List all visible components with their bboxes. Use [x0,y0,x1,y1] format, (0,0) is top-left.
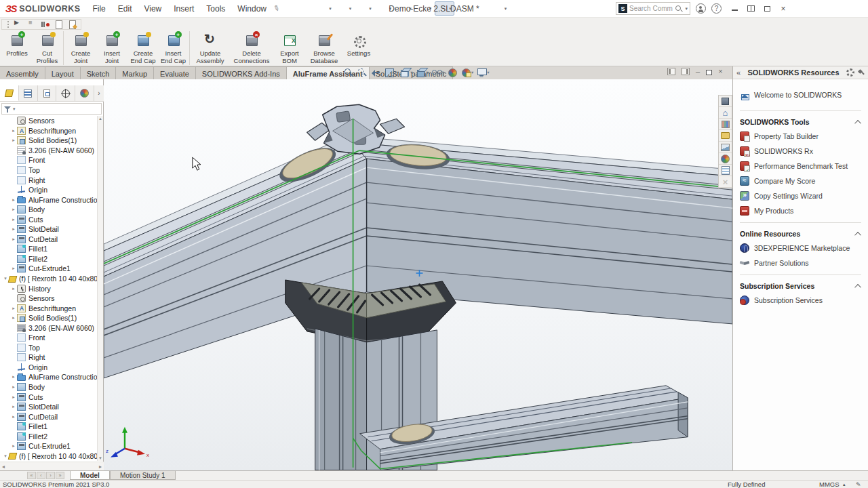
expand-arrow-icon[interactable]: ▸ [10,128,17,134]
command-tab[interactable]: Assembly [0,66,45,79]
section-online-resources[interactable]: Online Resources [740,227,861,241]
task-pane-link[interactable]: My Products [740,203,861,218]
tree-item[interactable]: ▾ (f) [ Rexroth 10 40 40x80L dd44 [0,274,98,284]
pane-left-icon[interactable] [667,68,675,75]
tab-nav-button[interactable]: › [46,472,55,479]
ribbon-button[interactable]: Browse Database [305,31,343,65]
ribbon-button[interactable]: Update Assembly [191,31,229,65]
menu-item[interactable]: File [87,2,111,16]
panel-tab[interactable] [38,85,57,101]
tree-item[interactable]: ▸ Cuts [0,392,98,402]
welcome-link[interactable]: Welcome to SOLIDWORKS [740,85,861,106]
tree-item[interactable]: ▸ History [0,283,98,293]
tree-item[interactable]: 3.206 (EN-AW 6060) [0,146,98,156]
toolbar-button[interactable]: ▾ [435,1,454,16]
expand-arrow-icon[interactable]: ▸ [10,217,17,222]
doc-minimize-button[interactable]: – [696,68,700,75]
restore-button[interactable] [762,5,772,13]
play-icon[interactable] [14,20,22,28]
command-tab[interactable]: Layout [45,66,81,79]
expand-arrow-icon[interactable]: ▸ [10,226,17,232]
hud-button[interactable] [370,67,382,77]
pane-pin-icon[interactable] [858,69,865,76]
tree-item[interactable]: ▸ Solid Bodies(1) [0,136,98,146]
tree-item[interactable]: ▸ Beschriftungen [0,303,98,313]
tree-vertical-scrollbar[interactable]: ▲▼ [97,116,103,461]
tree-item[interactable]: Right [0,352,98,363]
filter-funnel-icon[interactable] [4,106,11,113]
hud-button[interactable] [446,67,458,77]
tree-item[interactable]: ▸ Cut-Extrude1 [0,264,98,274]
tree-item[interactable]: ▸ CutDetail [0,235,98,245]
expand-arrow-icon[interactable]: ▸ [10,374,17,380]
ribbon-button[interactable]: Profiles [1,31,33,58]
window-split-button[interactable] [746,5,755,13]
tree-item[interactable]: ▸ SlotDetail [0,402,98,412]
tree-item[interactable]: ▸ AluFrame Construction Inf [0,195,98,205]
task-pane-link[interactable]: Compare My Score [740,174,861,188]
expand-arrow-icon[interactable]: ▸ [10,384,17,390]
ribbon-button[interactable]: Insert Joint [96,31,127,65]
menu-item[interactable]: Insert [168,2,199,16]
tree-item[interactable]: ▸ Beschriftungen [0,126,98,136]
pane-options-gear-icon[interactable] [846,68,854,77]
tree-item[interactable]: Fillet1 [0,422,98,432]
expand-arrow-icon[interactable]: ▸ [10,266,17,271]
tree-item[interactable]: Origin [0,363,98,373]
tree-horizontal-scrollbar[interactable]: ◂▸ [0,462,104,470]
tree-item[interactable]: Sensors [0,293,98,304]
tree-item[interactable]: Front [0,333,98,343]
toolbar-button[interactable]: ▾ [415,1,435,16]
expand-arrow-icon[interactable]: ▸ [10,197,17,203]
tree-item[interactable]: ▸ Solid Bodies(1) [0,313,98,323]
expand-arrow-icon[interactable]: ▸ [10,394,17,400]
task-pane-link[interactable]: Performance Benchmark Test [740,159,861,174]
macro-edit-icon[interactable] [68,20,77,28]
expand-arrow-icon[interactable]: ▸ [10,138,17,143]
toolbar-button[interactable] [297,1,314,16]
minimize-button[interactable] [730,5,739,13]
toolbar-button[interactable] [455,1,472,16]
expand-arrow-icon[interactable]: ▸ [10,237,17,242]
help-icon[interactable]: ? [711,3,722,14]
doc-close-button[interactable]: × [718,68,722,75]
macro-doc-icon[interactable] [54,20,63,28]
hud-button[interactable]: ▾ [415,67,429,77]
stop-icon[interactable] [27,20,36,28]
menu-item[interactable]: Edit [113,2,138,16]
filter-dropdown-caret[interactable]: ▾ [13,106,16,112]
disabled-icon[interactable] [719,176,732,188]
user-account-icon[interactable] [696,3,706,14]
panel-tab[interactable] [19,85,38,101]
panel-tab[interactable] [75,85,94,101]
tree-item[interactable]: ▸ Cuts [0,214,98,224]
command-tab[interactable]: SOLIDWORKS Add-Ins [196,66,287,79]
command-tab[interactable]: Evaluate [154,66,196,79]
toolbar-button[interactable]: ▾ [315,1,334,16]
ribbon-button[interactable]: Export BOM [274,31,305,65]
menu-item[interactable]: Window [232,2,272,16]
status-units[interactable]: MMGS [819,481,840,488]
menu-item[interactable]: View [138,2,167,16]
view-palette-icon[interactable] [719,142,732,153]
ribbon-button[interactable]: Settings [343,31,374,58]
expand-arrow-icon[interactable]: ▸ [10,315,17,321]
doc-restore-button[interactable] [706,70,712,75]
ribbon-button[interactable]: Create Joint [65,31,96,65]
ribbon-button[interactable]: Insert End Cap [159,31,190,65]
close-button[interactable]: × [778,5,788,13]
pause-record-icon[interactable] [41,20,50,28]
toolbar-button[interactable] [473,1,490,16]
search-input[interactable]: Search Commands [629,5,673,12]
menu-item[interactable]: Tools [201,2,231,16]
expand-arrow-icon[interactable]: ▸ [10,404,17,409]
hud-button[interactable] [356,67,368,77]
task-pane-link[interactable]: Partner Solutions [740,256,861,270]
tree-item[interactable]: ▸ AluFrame Construction Inf [0,372,98,382]
pin-menu-icon[interactable]: ✎ [272,3,281,14]
command-tab[interactable]: Sketch [81,66,117,79]
ribbon-button[interactable]: Cut Profiles [33,31,64,65]
hud-button[interactable]: ▾ [383,67,397,77]
solidsteel-profile-icon[interactable] [719,96,732,107]
hud-button[interactable]: ▾ [475,67,490,77]
